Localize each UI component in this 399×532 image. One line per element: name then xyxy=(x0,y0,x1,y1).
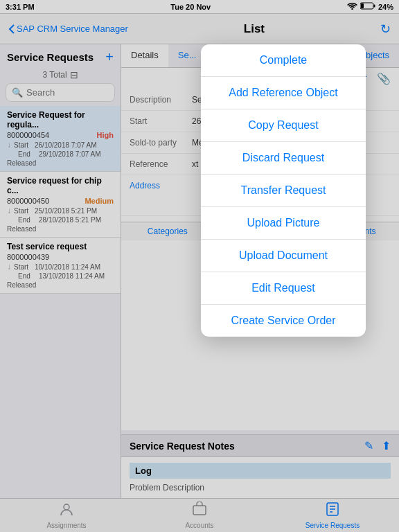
menu-item-copy-request[interactable]: Copy Request xyxy=(201,109,366,142)
menu-item-transfer-request[interactable]: Transfer Request xyxy=(201,175,366,207)
context-menu: Complete Add Reference Object Copy Reque… xyxy=(201,44,366,337)
menu-item-discard-request[interactable]: Discard Request xyxy=(201,142,366,175)
menu-item-complete[interactable]: Complete xyxy=(201,44,366,77)
menu-item-edit-request[interactable]: Edit Request xyxy=(201,272,366,305)
menu-item-upload-document[interactable]: Upload Document xyxy=(201,240,366,272)
menu-item-upload-picture[interactable]: Upload Picture xyxy=(201,207,366,240)
menu-item-create-service-order[interactable]: Create Service Order xyxy=(201,305,366,337)
menu-item-add-reference-object[interactable]: Add Reference Object xyxy=(201,77,366,109)
